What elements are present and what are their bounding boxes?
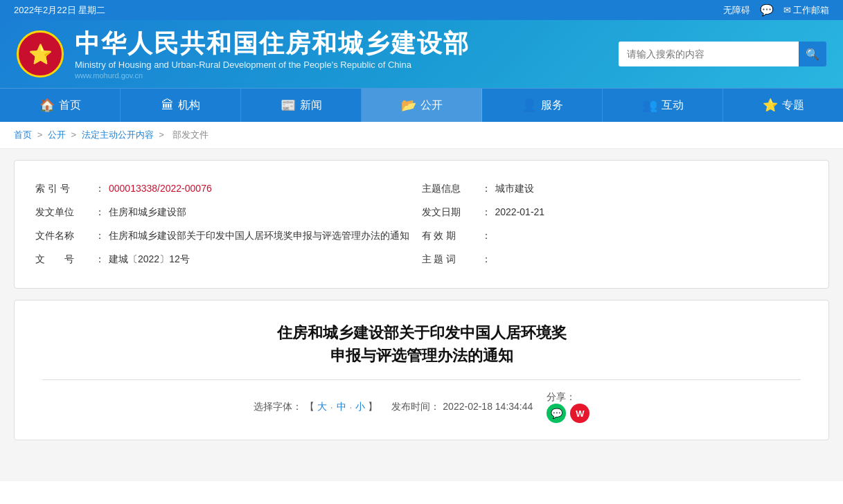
article-meta: 选择字体： 【 大 · 中 · 小 】 发布时间： 2022-02-18 14:…	[42, 391, 801, 423]
nav-item-open[interactable]: 📂 公开	[362, 89, 482, 122]
doc-index-row: 索 引 号 ： 000013338/2022-00076	[35, 177, 422, 201]
article-card: 住房和城乡建设部关于印发中国人居环境奖 申报与评选管理办法的通知 选择字体： 【…	[14, 300, 829, 440]
breadcrumb-home[interactable]: 首页	[14, 129, 32, 140]
site-title: 中华人民共和国住房和城乡建设部	[75, 28, 470, 58]
article-divider	[42, 379, 801, 380]
wechat-link[interactable]: 💬	[760, 3, 774, 17]
nav-label-institution: 机构	[178, 98, 200, 113]
doc-issuer-value: 住房和城乡建设部	[109, 206, 186, 219]
doc-date-row: 发文日期 ： 2022-01-21	[422, 201, 808, 224]
doc-number-label: 文 号	[35, 253, 91, 266]
doc-keywords-label: 主 题 词	[422, 253, 477, 266]
special-icon: ⭐	[763, 98, 778, 113]
doc-theme-row: 主题信息 ： 城市建设	[422, 177, 808, 201]
share-area: 分享： 💬 W	[547, 391, 589, 423]
accessibility-link[interactable]: 无障碍	[723, 4, 750, 17]
open-icon: 📂	[401, 98, 416, 113]
share-label: 分享：	[547, 391, 576, 402]
font-size-medium[interactable]: 中	[337, 401, 346, 413]
doc-number-row: 文 号 ： 建城〔2022〕12号	[35, 248, 422, 271]
doc-filename-value: 住房和城乡建设部关于印发中国人居环境奖申报与评选管理办法的通知	[109, 230, 409, 242]
institution-icon: 🏛	[161, 98, 174, 113]
search-button[interactable]: 🔍	[799, 42, 826, 66]
nav-item-home[interactable]: 🏠 首页	[0, 89, 121, 122]
wechat-share-icon: 💬	[551, 408, 562, 419]
nav-label-service: 服务	[541, 98, 563, 113]
doc-date-value: 2022-01-21	[495, 206, 545, 217]
publish-time-label: 发布时间：	[391, 401, 440, 412]
email-icon: ✉	[783, 5, 791, 15]
doc-issuer-row: 发文单位 ： 住房和城乡建设部	[35, 201, 422, 224]
font-size-selector-wrapper: 【	[305, 401, 314, 413]
font-size-label: 选择字体：	[254, 401, 302, 413]
doc-theme-value: 城市建设	[495, 183, 534, 195]
breadcrumb-sep-3: >	[159, 129, 166, 140]
site-title-area: 中华人民共和国住房和城乡建设部 Ministry of Housing and …	[75, 28, 470, 80]
interact-icon: 👥	[642, 98, 657, 113]
doc-issuer-label: 发文单位	[35, 206, 91, 219]
font-size-large[interactable]: 大	[317, 401, 327, 413]
news-icon: 📰	[281, 98, 296, 113]
breadcrumb-open[interactable]: 公开	[48, 129, 66, 140]
home-icon: 🏠	[39, 98, 55, 113]
header-logo-area: 中华人民共和国住房和城乡建设部 Ministry of Housing and …	[17, 28, 470, 80]
national-emblem	[17, 30, 64, 78]
doc-validity-row: 有 效 期 ：	[422, 224, 808, 248]
article-title: 住房和城乡建设部关于印发中国人居环境奖 申报与评选管理办法的通知	[42, 321, 801, 367]
breadcrumb-sep-1: >	[37, 129, 45, 140]
top-bar: 2022年2月22日 星期二 无障碍 💬 ✉ 工作邮箱	[0, 0, 843, 20]
breadcrumb-mandatory[interactable]: 法定主动公开内容	[82, 129, 154, 140]
doc-filename-row: 文件名称 ： 住房和城乡建设部关于印发中国人居环境奖申报与评选管理办法的通知	[35, 224, 422, 248]
site-subtitle: Ministry of Housing and Urban-Rural Deve…	[75, 60, 470, 70]
nav-item-institution[interactable]: 🏛 机构	[121, 89, 241, 122]
nav-item-news[interactable]: 📰 新闻	[241, 89, 362, 122]
nav-label-special: 专题	[782, 98, 804, 113]
email-link[interactable]: ✉ 工作邮箱	[783, 4, 829, 17]
site-header: 中华人民共和国住房和城乡建设部 Ministry of Housing and …	[0, 20, 843, 88]
doc-index-label: 索 引 号	[35, 183, 91, 195]
breadcrumb-sep-2: >	[71, 129, 78, 140]
nav-label-news: 新闻	[300, 98, 322, 113]
top-bar-right: 无障碍 💬 ✉ 工作邮箱	[723, 3, 829, 17]
nav-label-open: 公开	[420, 98, 443, 113]
weibo-share-icon: W	[576, 408, 584, 419]
doc-keywords-row: 主 题 词 ：	[422, 248, 808, 271]
share-wechat-button[interactable]: 💬	[547, 404, 566, 423]
breadcrumb: 首页 > 公开 > 法定主动公开内容 > 部发文件	[0, 122, 843, 149]
doc-index-value: 000013338/2022-00076	[109, 183, 212, 194]
doc-theme-label: 主题信息	[422, 183, 477, 195]
doc-number-value: 建城〔2022〕12号	[109, 253, 190, 266]
date-display: 2022年2月22日 星期二	[14, 4, 105, 17]
doc-info-left: 索 引 号 ： 000013338/2022-00076 发文单位 ： 住房和城…	[35, 177, 422, 271]
doc-date-label: 发文日期	[422, 206, 477, 219]
doc-info-card: 索 引 号 ： 000013338/2022-00076 发文单位 ： 住房和城…	[14, 160, 829, 289]
nav-item-interact[interactable]: 👥 互动	[603, 89, 723, 122]
share-icons: 💬 W	[547, 404, 589, 423]
font-size-small[interactable]: 小	[355, 401, 365, 413]
nav-label-interact: 互动	[662, 98, 684, 113]
wechat-icon: 💬	[760, 3, 774, 17]
nav-item-special[interactable]: ⭐ 专题	[723, 89, 843, 122]
publish-time-value: 2022-02-18 14:34:44	[443, 401, 533, 412]
publish-time-area: 发布时间： 2022-02-18 14:34:44	[391, 401, 533, 413]
share-weibo-button[interactable]: W	[570, 404, 589, 423]
search-input[interactable]	[619, 42, 799, 66]
doc-info-grid: 索 引 号 ： 000013338/2022-00076 发文单位 ： 住房和城…	[35, 177, 808, 271]
main-nav: 🏠 首页 🏛 机构 📰 新闻 📂 公开 👤 服务 👥 互动 ⭐ 专题	[0, 88, 843, 122]
search-area: 🔍	[619, 42, 826, 66]
nav-item-service[interactable]: 👤 服务	[482, 89, 603, 122]
nav-label-home: 首页	[59, 98, 81, 113]
service-icon: 👤	[522, 98, 537, 113]
doc-info-right: 主题信息 ： 城市建设 发文日期 ： 2022-01-21 有 效 期 ： 主 …	[422, 177, 808, 271]
doc-validity-label: 有 效 期	[422, 230, 477, 242]
main-content: 索 引 号 ： 000013338/2022-00076 发文单位 ： 住房和城…	[0, 149, 843, 481]
font-size-selector: 选择字体： 【 大 · 中 · 小 】	[254, 401, 378, 413]
breadcrumb-current: 部发文件	[172, 129, 208, 140]
site-url: www.mohurd.gov.cn	[75, 71, 470, 80]
doc-filename-label: 文件名称	[35, 230, 91, 242]
